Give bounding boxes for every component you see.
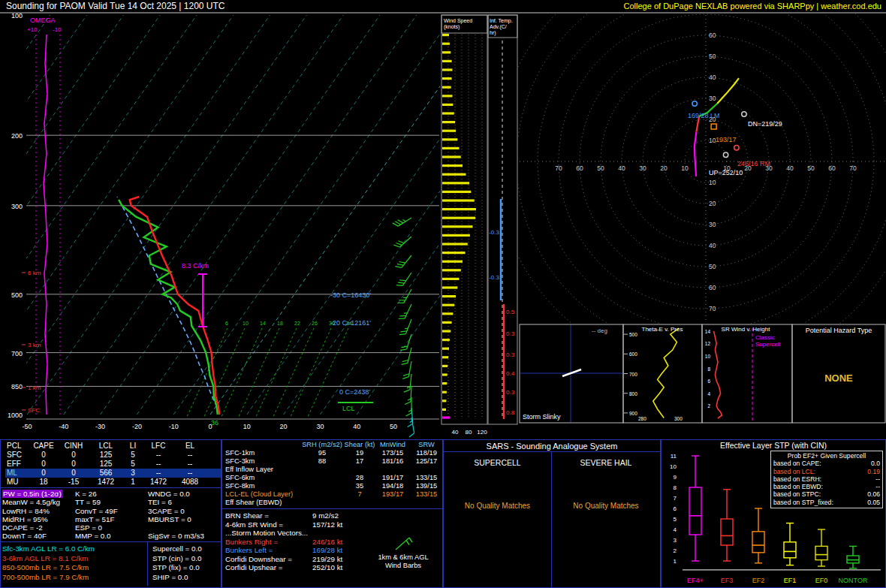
wind-speed-bar — [442, 147, 460, 149]
classic-supercell-label-2: Supercell — [755, 341, 781, 348]
parcel-col-header: CINH — [58, 442, 89, 451]
wind-speed-bar — [442, 182, 469, 184]
hodo-ring-label: 30 — [639, 164, 646, 172]
vector-value: 169/28 kt — [312, 546, 342, 554]
kinematics-value — [300, 499, 344, 507]
pressure-axis-label: 850 — [11, 383, 23, 390]
wind-speed-bar — [442, 191, 471, 193]
wind-speed-bar — [442, 138, 457, 140]
hodo-ring-label: 30 — [709, 95, 716, 102]
wind-barb — [405, 386, 411, 405]
wind-speed-bar — [442, 51, 451, 53]
stp-panel: Effective Layer STP (with CIN) 123456789… — [661, 439, 886, 588]
isotherm-line — [247, 15, 526, 415]
hodo-ring — [496, 0, 886, 372]
kinematics-value: 191/17 — [375, 474, 410, 482]
pressure-axis-label: 100 — [11, 12, 23, 20]
thetae-pressure-label: 700 — [629, 372, 637, 377]
parcel-value: -- — [173, 460, 206, 469]
barb-staff — [402, 255, 411, 267]
lapse-rate-line: 850-500mb LR = 7.5 C/km — [2, 563, 147, 573]
parcel-value: 1472 — [143, 478, 173, 487]
thermo-param: PW = 0.5in (1-2σ) — [2, 490, 75, 498]
kinematics-col-header: MnWind — [375, 441, 410, 449]
srwind-curve — [714, 331, 722, 418]
hodo-ring — [517, 0, 886, 351]
stp-category-label: EF0 — [815, 577, 828, 584]
adv-panel-title-2: Adv.(C/ — [490, 24, 507, 30]
parcel-table-header: PCLCAPECINHLCLLILFCEL — [5, 442, 221, 451]
vector-label: Bunkers Right = — [225, 538, 312, 547]
stp-legend-label: based on ESRH: — [773, 475, 821, 483]
wind-speed-bar — [442, 60, 452, 62]
barb-icon-tick — [409, 538, 412, 542]
wind-barb — [404, 373, 411, 393]
lapse-rate-line: 3-6km AGL LR = 8.1 C/km — [2, 554, 147, 564]
kinematics-value: 118/19 — [410, 449, 443, 457]
parcel-value: 0 — [29, 460, 58, 469]
shear-line: 4-6km SR Wind =157/12 kt — [225, 520, 442, 529]
hodograph: 1020304050601020304050607010102020303040… — [496, 0, 886, 372]
parcel-value: -15 — [58, 478, 89, 487]
stp-legend-label: based on EBWD: — [773, 483, 823, 490]
kinematics-value: 7 — [344, 490, 375, 499]
vector-value: 219/29 kt — [312, 555, 342, 563]
wind-speed-bar — [442, 356, 448, 358]
kinematics-col-header: SRW — [410, 441, 443, 449]
isotherm-line — [27, 15, 306, 415]
barb-staff — [407, 334, 411, 349]
parcel-table: PCLCAPECINHLCLLILFCELSFC001255----EFF001… — [1, 440, 221, 488]
cold-advection-value: -0.3 — [489, 274, 499, 281]
thermo-param: maxT = 51F — [75, 515, 148, 523]
sharppy-sounding-page: { "header": { "title": "Sounding for PAO… — [0, 0, 886, 588]
storm-motion-label: DN=219/29 — [748, 120, 782, 128]
barb-full-tick — [403, 372, 409, 376]
credit-link[interactable]: College of DuPage NEXLAB powered via SHA… — [624, 2, 881, 11]
wind-speed-bar — [442, 330, 451, 332]
kinematics-row: SFC-8km35194/18139/15 — [224, 482, 442, 490]
freezing-level-label: 0 C=2438' — [339, 388, 370, 396]
stp-legend-label: based on STPC: — [773, 490, 821, 498]
stp-legend-value: -- — [875, 483, 880, 490]
thermo-param: DCAPE = -2 — [2, 523, 75, 532]
storm-slinky-title: Storm Slinky — [523, 413, 561, 421]
sars-supercell-column: SUPERCELL No Quality Matches — [444, 452, 552, 587]
hodo-ring-label: 60 — [709, 284, 716, 291]
kinematics-row: Eff Inflow Layer — [224, 466, 442, 474]
stp-legend-label: based on LCL: — [773, 468, 815, 475]
barb-full-tick — [399, 332, 405, 336]
stp-y-label: 5 — [674, 516, 677, 523]
wind-speed-tick-label: 40 — [452, 429, 459, 436]
parcel-row-eff: EFF001255---- — [5, 460, 221, 469]
parcel-value: 1 — [122, 478, 143, 487]
srh-shear-table: SRH (m2/s2)Shear (kt)MnWindSRWSFC-1km951… — [222, 440, 442, 509]
kinematics-value — [300, 474, 344, 482]
hazard-value: NONE — [824, 372, 853, 384]
mixing-ratio-line — [238, 328, 279, 418]
pressure-axis-label: 300 — [11, 203, 23, 210]
thetae-curve — [653, 328, 680, 418]
wind-speed-bar — [442, 225, 473, 228]
score-line: STP (fix) = 0.0 — [152, 563, 221, 573]
omega-label: OMEGA — [30, 17, 56, 24]
mixing-ratio-line — [290, 328, 331, 418]
skewt-wind-barb-column — [393, 213, 415, 437]
temp-axis-label: 20 — [280, 423, 288, 430]
lapse-rate-line: Sfc-3km AGL LR = 6.0 C/km — [2, 544, 147, 554]
wind-barb — [399, 317, 411, 336]
parcel-label: ML — [5, 469, 29, 478]
isotherm-line — [0, 15, 50, 415]
wind-barb — [399, 302, 411, 321]
parcel-value: -- — [173, 469, 206, 478]
skewt-profiles — [117, 197, 373, 415]
parcel-value: 5 — [122, 451, 143, 460]
stp-y-label: 8 — [674, 484, 677, 491]
srwind-height-label: 6 — [707, 378, 710, 384]
temp-axis-label: -30 — [95, 423, 105, 430]
kinematics-header: SRH (m2/s2)Shear (kt)MnWindSRW — [224, 441, 442, 449]
parcel-value: 5 — [122, 460, 143, 469]
shear-label: 4-6km SR Wind = — [225, 520, 312, 529]
wind-speed-bar — [442, 243, 468, 245]
hodo-ring-label: 10 — [681, 164, 689, 172]
parcel-value: 4088 — [173, 478, 206, 487]
